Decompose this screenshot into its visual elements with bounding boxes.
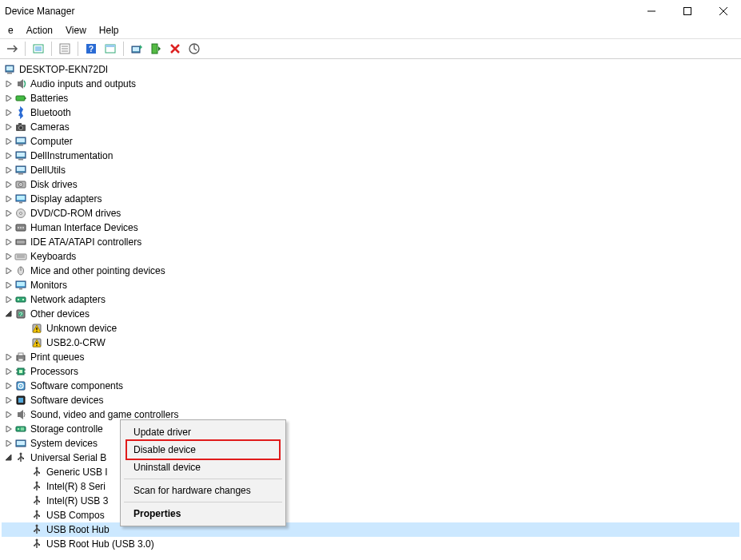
- expand-icon[interactable]: [3, 177, 14, 192]
- usb-icon: [14, 451, 27, 464]
- expand-icon[interactable]: [3, 350, 14, 364]
- category-audio[interactable]: Audio inputs and outputs: [2, 77, 739, 91]
- context-menu-item[interactable]: Disable device: [125, 439, 281, 460]
- minimize-button[interactable]: [633, 0, 669, 22]
- expand-icon[interactable]: [3, 436, 14, 451]
- category-usb[interactable]: Universal Serial B: [2, 451, 739, 465]
- category-softdev[interactable]: Software devices: [2, 393, 739, 407]
- expand-icon[interactable]: [3, 206, 14, 220]
- device-item[interactable]: Intel(R) USB 3t): [2, 494, 739, 508]
- computer-icon: [3, 63, 16, 76]
- device-item[interactable]: USB2.0-CRW: [2, 336, 739, 350]
- device-item[interactable]: Generic USB I: [2, 465, 739, 479]
- context-menu-item[interactable]: Scan for hardware changes: [122, 482, 284, 499]
- scan-button[interactable]: [185, 40, 203, 58]
- node-label: Computer: [30, 136, 73, 147]
- expand-icon[interactable]: [3, 77, 14, 91]
- category-dvd[interactable]: DVD/CD-ROM drives: [2, 206, 739, 220]
- close-button[interactable]: [705, 0, 741, 22]
- context-menu-item[interactable]: Update driver: [122, 423, 284, 441]
- help-button[interactable]: ?: [82, 40, 100, 58]
- sound-icon: [14, 408, 27, 421]
- expand-icon[interactable]: [3, 235, 14, 249]
- keyboard-icon: [14, 250, 27, 263]
- category-disk[interactable]: Disk drives: [2, 177, 739, 192]
- expand-icon[interactable]: [3, 422, 14, 436]
- category-sound[interactable]: Sound, video and game controllers: [2, 407, 739, 422]
- expand-icon[interactable]: [3, 149, 14, 163]
- node-label: Software components: [30, 380, 123, 391]
- dell-icon: [14, 164, 27, 177]
- expand-icon[interactable]: [3, 249, 14, 264]
- category-dell[interactable]: DellInstrumentation: [2, 149, 739, 163]
- node-label: DellUtils: [30, 165, 66, 176]
- menu-e[interactable]: e: [2, 23, 20, 38]
- context-menu-item[interactable]: Properties: [122, 505, 284, 522]
- tree-root[interactable]: DESKTOP-EKN72DI: [2, 62, 739, 77]
- category-network[interactable]: Network adapters: [2, 292, 739, 307]
- cpu-icon: [14, 365, 27, 378]
- device-item[interactable]: USB Compos: [2, 508, 739, 522]
- expand-icon[interactable]: [3, 120, 14, 134]
- category-cpu[interactable]: Processors: [2, 364, 739, 379]
- category-bluetooth[interactable]: Bluetooth: [2, 105, 739, 120]
- expand-icon[interactable]: [3, 379, 14, 393]
- expand-icon[interactable]: [3, 264, 14, 278]
- expand-icon[interactable]: [3, 407, 14, 422]
- category-storage[interactable]: Storage controlle: [2, 422, 739, 436]
- menu-action[interactable]: Action: [20, 23, 59, 38]
- device-item[interactable]: USB Root Hub: [2, 522, 739, 537]
- collapse-icon[interactable]: [3, 451, 14, 465]
- device-item[interactable]: Intel(R) 8 Seri: [2, 479, 739, 494]
- expand-icon[interactable]: [3, 91, 14, 105]
- uninstall-button[interactable]: [166, 40, 184, 58]
- category-mouse[interactable]: Mice and other pointing devices: [2, 264, 739, 278]
- svg-rect-16: [152, 44, 157, 54]
- category-hid[interactable]: Human Interface Devices: [2, 220, 739, 235]
- expander-blank: [19, 465, 30, 479]
- device-tree[interactable]: DESKTOP-EKN72DIAudio inputs and outputsB…: [0, 59, 741, 560]
- expand-icon[interactable]: [3, 220, 14, 235]
- enable-button[interactable]: [147, 40, 165, 58]
- category-softcomp[interactable]: Software components: [2, 379, 739, 393]
- category-monitor[interactable]: Monitors: [2, 278, 739, 292]
- expand-icon[interactable]: [3, 364, 14, 379]
- category-computer[interactable]: Computer: [2, 134, 739, 149]
- expand-icon[interactable]: [3, 163, 14, 177]
- device-item[interactable]: Unknown device: [2, 321, 739, 336]
- menu-help[interactable]: Help: [93, 23, 125, 38]
- category-system[interactable]: System devices: [2, 436, 739, 451]
- printer-icon: [14, 351, 27, 363]
- category-display[interactable]: Display adapters: [2, 192, 739, 206]
- expand-icon[interactable]: [3, 192, 14, 206]
- category-camera[interactable]: Cameras: [2, 120, 739, 134]
- properties-button[interactable]: [56, 40, 74, 58]
- expand-icon[interactable]: [3, 292, 14, 307]
- update-driver-button[interactable]: [128, 40, 145, 58]
- expand-icon[interactable]: [3, 278, 14, 292]
- warn-icon: [30, 336, 43, 349]
- view-button[interactable]: [102, 40, 119, 58]
- maximize-button[interactable]: [669, 0, 705, 22]
- menu-view[interactable]: View: [59, 23, 93, 38]
- category-printer[interactable]: Print queues: [2, 350, 739, 364]
- node-label: USB Compos: [46, 510, 105, 521]
- node-label: Network adapters: [30, 294, 106, 305]
- category-keyboard[interactable]: Keyboards: [2, 249, 739, 264]
- show-hidden-button[interactable]: [30, 40, 47, 58]
- svg-text:?: ?: [89, 45, 94, 54]
- context-menu-item[interactable]: Uninstall device: [122, 459, 284, 476]
- svg-rect-5: [35, 46, 42, 51]
- expand-icon[interactable]: [3, 105, 14, 120]
- collapse-icon[interactable]: [3, 307, 14, 321]
- expand-icon[interactable]: [3, 393, 14, 407]
- expand-icon[interactable]: [3, 134, 14, 149]
- device-item[interactable]: USB Root Hub (USB 3.0): [2, 537, 739, 551]
- category-battery[interactable]: Batteries: [2, 91, 739, 105]
- category-dell[interactable]: DellUtils: [2, 163, 739, 177]
- category-other[interactable]: Other devices: [2, 307, 739, 321]
- category-ide[interactable]: IDE ATA/ATAPI controllers: [2, 235, 739, 249]
- node-label: Generic USB I: [46, 467, 108, 478]
- node-label: Audio inputs and outputs: [30, 78, 136, 89]
- back-button[interactable]: [3, 40, 21, 58]
